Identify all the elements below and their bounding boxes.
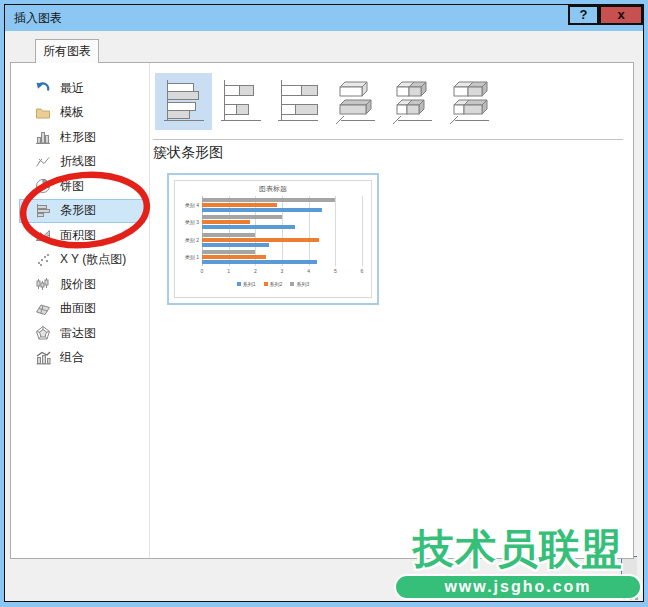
sidebar-item-bar-chart[interactable]: 条形图	[19, 199, 145, 224]
subtype-stacked-bar-3d[interactable]	[383, 73, 440, 130]
subtype-clustered-bar-3d[interactable]	[326, 73, 383, 130]
category-label: 类别 3	[175, 219, 199, 225]
sidebar-item-recent[interactable]: 最近	[19, 76, 145, 101]
bar	[202, 203, 277, 207]
stock-chart-icon	[35, 276, 51, 292]
tab-all-charts[interactable]: 所有图表	[35, 39, 99, 63]
subtype-clustered-bar[interactable]	[155, 73, 212, 130]
close-button[interactable]: x	[599, 5, 643, 25]
area-chart-icon	[35, 227, 51, 243]
bar	[202, 220, 250, 224]
sidebar-item-label: X Y (散点图)	[60, 251, 126, 268]
legend-entry: 系列1	[237, 281, 256, 287]
line-chart-icon	[35, 154, 51, 170]
sidebar-item-label: 雷达图	[60, 325, 96, 342]
pie-chart-icon	[35, 178, 51, 194]
watermark-title: 技术员联盟	[392, 524, 644, 575]
sidebar-item-stock-chart[interactable]: 股价图	[19, 272, 145, 297]
x-tick-label: 5	[334, 268, 337, 274]
stacked-bar-3d-icon	[390, 78, 434, 126]
category-label: 类别 2	[175, 237, 199, 243]
pct-stacked-bar-icon	[276, 78, 320, 126]
bar-group	[202, 196, 362, 214]
content-panel: 最近模板柱形图折线图饼图条形图面积图X Y (散点图)股价图曲面图雷达图组合 簇…	[10, 62, 634, 559]
template-icon	[35, 105, 51, 121]
bar-group	[202, 249, 362, 267]
x-tick-label: 3	[281, 268, 284, 274]
x-tick-label: 6	[361, 268, 364, 274]
stacked-bar-icon	[219, 78, 263, 126]
sidebar-item-label: 最近	[60, 80, 84, 97]
sidebar-item-label: 模板	[60, 104, 84, 121]
bar-chart-icon	[35, 203, 51, 219]
sidebar-item-column-chart[interactable]: 柱形图	[19, 125, 145, 150]
legend-label: 系列3	[296, 281, 309, 287]
legend-swatch	[237, 282, 241, 286]
sidebar-item-label: 饼图	[60, 178, 84, 195]
chart-type-sidebar: 最近模板柱形图折线图饼图条形图面积图X Y (散点图)股价图曲面图雷达图组合	[11, 63, 150, 558]
x-tick-label: 1	[227, 268, 230, 274]
sidebar-item-label: 股价图	[60, 276, 96, 293]
column-chart-icon	[35, 129, 51, 145]
subtype-heading: 簇状条形图	[153, 144, 223, 162]
sidebar-item-surface-chart[interactable]: 曲面图	[19, 297, 145, 322]
legend-entry: 系列3	[290, 281, 309, 287]
sidebar-item-radar-chart[interactable]: 雷达图	[19, 321, 145, 346]
x-tick-label: 2	[254, 268, 257, 274]
chart-title: 图表标题	[175, 184, 371, 194]
sidebar-item-template[interactable]: 模板	[19, 101, 145, 126]
category-label: 类别 1	[175, 254, 199, 260]
legend-label: 系列2	[270, 281, 283, 287]
bar	[202, 243, 269, 247]
subtype-stacked-bar[interactable]	[212, 73, 269, 130]
bar	[202, 238, 319, 242]
bar	[202, 260, 317, 264]
sidebar-item-label: 组合	[60, 349, 84, 366]
insert-chart-dialog: 插入图表 ? x 所有图表 最近模板柱形图折线图饼图条形图面积图X Y (散点图…	[4, 4, 644, 602]
sidebar-item-scatter-chart[interactable]: X Y (散点图)	[19, 248, 145, 273]
bar-group	[202, 214, 362, 232]
combo-chart-icon	[35, 350, 51, 366]
subtype-pct-stacked-bar-3d[interactable]	[440, 73, 497, 130]
sidebar-item-label: 曲面图	[60, 300, 96, 317]
chart-legend: 系列1系列2系列3	[175, 281, 371, 287]
bar	[202, 250, 255, 254]
bar	[202, 198, 335, 202]
bar-group	[202, 231, 362, 249]
pct-stacked-bar-3d-icon	[447, 78, 491, 126]
titlebar[interactable]: 插入图表	[5, 5, 643, 31]
sidebar-item-line-chart[interactable]: 折线图	[19, 150, 145, 175]
sidebar-item-label: 条形图	[60, 202, 96, 219]
dialog-title: 插入图表	[14, 5, 62, 31]
legend-label: 系列1	[243, 281, 256, 287]
category-label: 类别 4	[175, 202, 199, 208]
bar-subtype-row	[155, 73, 497, 130]
sidebar-item-combo-chart[interactable]: 组合	[19, 346, 145, 371]
bar	[202, 215, 282, 219]
sidebar-item-pie-chart[interactable]: 饼图	[19, 174, 145, 199]
chart-preview-tile[interactable]: 图表标题0123456类别 1类别 2类别 3类别 4系列1系列2系列3	[167, 173, 379, 305]
subtype-pct-stacked-bar[interactable]	[269, 73, 326, 130]
bar	[202, 208, 322, 212]
sidebar-item-label: 折线图	[60, 153, 96, 170]
scatter-chart-icon	[35, 252, 51, 268]
surface-chart-icon	[35, 301, 51, 317]
preview-chart: 图表标题0123456类别 1类别 2类别 3类别 4系列1系列2系列3	[174, 180, 372, 298]
legend-entry: 系列2	[264, 281, 283, 287]
watermark: 技术员联盟 www.jsgho.com	[392, 524, 644, 598]
help-button[interactable]: ?	[568, 5, 599, 25]
watermark-url: www.jsgho.com	[396, 576, 640, 598]
sidebar-item-label: 面积图	[60, 227, 96, 244]
bar	[202, 255, 266, 259]
sidebar-item-area-chart[interactable]: 面积图	[19, 223, 145, 248]
clustered-bar-3d-icon	[333, 78, 377, 126]
sidebar-item-label: 柱形图	[60, 129, 96, 146]
plot-area	[202, 196, 362, 266]
bar	[202, 233, 255, 237]
recent-icon	[35, 80, 51, 96]
separator	[153, 139, 623, 140]
gridline	[362, 196, 363, 266]
x-tick-label: 4	[307, 268, 310, 274]
legend-swatch	[290, 282, 294, 286]
clustered-bar-icon	[162, 78, 206, 126]
